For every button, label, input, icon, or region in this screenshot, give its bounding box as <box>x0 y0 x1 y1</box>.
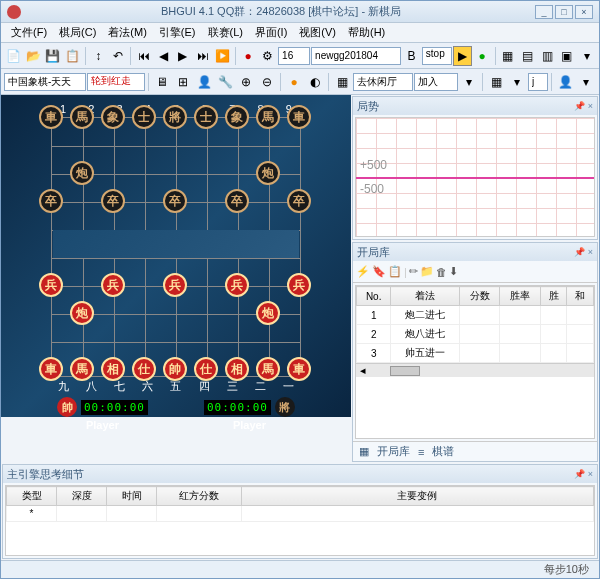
undo-icon[interactable]: ↶ <box>109 46 128 66</box>
piece-black-卒[interactable]: 卒 <box>101 189 125 213</box>
close-button[interactable]: × <box>575 5 593 19</box>
piece-red-兵[interactable]: 兵 <box>39 273 63 297</box>
tool-a-icon[interactable]: 🖥 <box>152 72 172 92</box>
join-combo[interactable] <box>414 73 458 91</box>
table-row[interactable]: 2炮八进七 <box>357 325 594 344</box>
ob-btn7[interactable]: ⬇ <box>449 265 458 278</box>
tab-notation[interactable]: 棋谱 <box>432 444 454 459</box>
col-header[interactable]: No. <box>357 287 391 306</box>
ob-btn4[interactable]: ✏ <box>409 265 418 278</box>
piece-red-兵[interactable]: 兵 <box>163 273 187 297</box>
col-header[interactable]: 和 <box>567 287 594 306</box>
room-combo[interactable] <box>353 73 413 91</box>
ob-btn6[interactable]: 🗑 <box>436 266 447 278</box>
pin3-icon[interactable]: 📌 <box>574 469 585 479</box>
menu-item-7[interactable]: 帮助(H) <box>342 23 391 42</box>
last-icon[interactable]: ⏭ <box>193 46 212 66</box>
piece-black-車[interactable]: 車 <box>287 105 311 129</box>
cog-icon[interactable]: ⚙ <box>258 46 277 66</box>
j-field[interactable] <box>528 73 548 91</box>
copy-icon[interactable]: 📋 <box>63 46 82 66</box>
piece-black-象[interactable]: 象 <box>225 105 249 129</box>
opt-icon[interactable]: ▾ <box>459 72 479 92</box>
piece-black-炮[interactable]: 炮 <box>256 161 280 185</box>
piece-black-士[interactable]: 士 <box>132 105 156 129</box>
panel-close2-icon[interactable]: × <box>588 247 593 257</box>
menu-item-2[interactable]: 着法(M) <box>102 23 153 42</box>
panel-close3-icon[interactable]: × <box>588 469 593 479</box>
col-header[interactable]: 类型 <box>7 487 57 506</box>
menu-item-6[interactable]: 视图(V) <box>293 23 342 42</box>
minimize-button[interactable]: _ <box>535 5 553 19</box>
menu-item-1[interactable]: 棋局(C) <box>53 23 102 42</box>
ob-btn2[interactable]: 🔖 <box>372 265 386 278</box>
flip-icon[interactable]: ↕ <box>89 46 108 66</box>
green-dot-icon[interactable]: ● <box>473 46 492 66</box>
menu-item-5[interactable]: 界面(I) <box>249 23 293 42</box>
user-icon[interactable]: 👤 <box>555 72 575 92</box>
next-icon[interactable]: ▶ <box>174 46 193 66</box>
stop-field[interactable]: stop <box>422 47 452 65</box>
panel-close-icon[interactable]: × <box>588 101 593 111</box>
table-row[interactable]: 3帅五进一 <box>357 344 594 363</box>
layout1-icon[interactable]: ▦ <box>498 46 517 66</box>
table-row[interactable]: 1炮二进七 <box>357 306 594 325</box>
piece-black-卒[interactable]: 卒 <box>225 189 249 213</box>
pin2-icon[interactable]: 📌 <box>574 247 585 257</box>
piece-black-馬[interactable]: 馬 <box>256 105 280 129</box>
pin-icon[interactable]: 📌 <box>574 101 585 111</box>
piece-red-車[interactable]: 車 <box>287 357 311 381</box>
piece-red-仕[interactable]: 仕 <box>194 357 218 381</box>
ob-btn1[interactable]: ⚡ <box>356 265 370 278</box>
maximize-button[interactable]: □ <box>555 5 573 19</box>
chevron-down-icon[interactable]: ▾ <box>577 46 596 66</box>
piece-black-車[interactable]: 車 <box>39 105 63 129</box>
piece-black-馬[interactable]: 馬 <box>70 105 94 129</box>
first-icon[interactable]: ⏮ <box>134 46 153 66</box>
piece-red-帥[interactable]: 帥 <box>163 357 187 381</box>
prev-icon[interactable]: ◀ <box>154 46 173 66</box>
layout3-icon[interactable]: ▥ <box>538 46 557 66</box>
piece-black-炮[interactable]: 炮 <box>70 161 94 185</box>
piece-black-士[interactable]: 士 <box>194 105 218 129</box>
bold-icon[interactable]: B <box>402 46 421 66</box>
engine-combo[interactable] <box>311 47 401 65</box>
go-button[interactable]: ▶ <box>453 46 472 66</box>
piece-red-兵[interactable]: 兵 <box>101 273 125 297</box>
piece-black-將[interactable]: 將 <box>163 105 187 129</box>
piece-red-兵[interactable]: 兵 <box>225 273 249 297</box>
orange-dot-icon[interactable]: ● <box>284 72 304 92</box>
chevron3-icon[interactable]: ▾ <box>576 72 596 92</box>
piece-black-卒[interactable]: 卒 <box>163 189 187 213</box>
col-header[interactable]: 深度 <box>57 487 107 506</box>
tool-b-icon[interactable]: ⊞ <box>173 72 193 92</box>
col-header[interactable]: 胜率 <box>500 287 541 306</box>
depth-spinbox[interactable] <box>278 47 310 65</box>
chevron2-icon[interactable]: ▾ <box>507 72 527 92</box>
save-icon[interactable]: 💾 <box>43 46 62 66</box>
open-icon[interactable]: 📂 <box>24 46 43 66</box>
piece-red-馬[interactable]: 馬 <box>70 357 94 381</box>
col-header[interactable]: 胜 <box>540 287 567 306</box>
piece-black-象[interactable]: 象 <box>101 105 125 129</box>
xiangqi-board[interactable]: 車馬象士將士象馬車炮炮卒卒卒卒卒兵兵兵兵兵炮炮車馬相仕帥仕相馬車 <box>51 117 301 377</box>
piece-red-馬[interactable]: 馬 <box>256 357 280 381</box>
pie-icon[interactable]: ◐ <box>305 72 325 92</box>
grid-icon[interactable]: ▦ <box>332 72 352 92</box>
col-header[interactable]: 主要变例 <box>241 487 593 506</box>
engine-select[interactable] <box>4 73 86 91</box>
tool-f-icon[interactable]: ⊖ <box>257 72 277 92</box>
tool-d-icon[interactable]: 🔧 <box>215 72 235 92</box>
piece-red-兵[interactable]: 兵 <box>287 273 311 297</box>
col-header[interactable]: 时间 <box>107 487 157 506</box>
tool-e-icon[interactable]: ⊕ <box>236 72 256 92</box>
ob-btn3[interactable]: 📋 <box>388 265 402 278</box>
col-header[interactable]: 着法 <box>391 287 459 306</box>
piece-red-相[interactable]: 相 <box>101 357 125 381</box>
menu-item-3[interactable]: 引擎(E) <box>153 23 202 42</box>
play-icon[interactable]: ▶️ <box>213 46 232 66</box>
ob-btn5[interactable]: 📁 <box>420 265 434 278</box>
piece-red-相[interactable]: 相 <box>225 357 249 381</box>
menu-item-0[interactable]: 文件(F) <box>5 23 53 42</box>
red-icon[interactable]: ● <box>239 46 258 66</box>
